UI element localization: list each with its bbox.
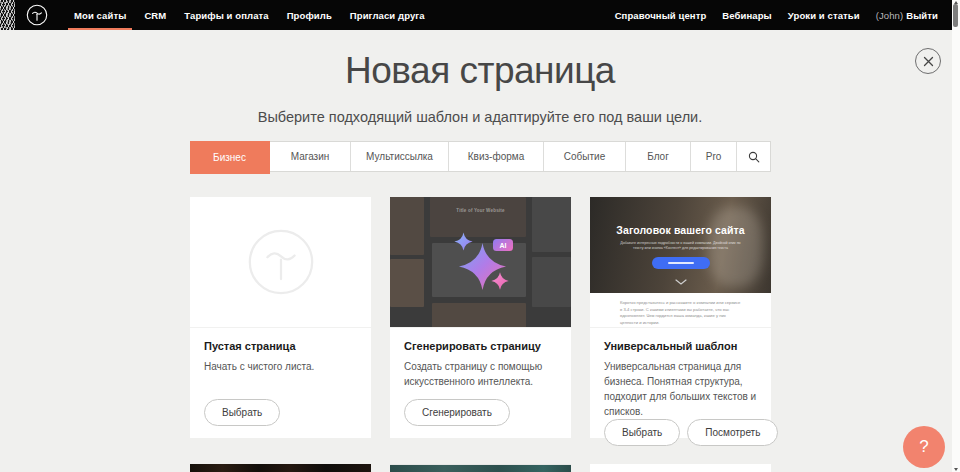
- card-description: Начать с чистого листа.: [204, 359, 357, 374]
- tab-blog[interactable]: Блог: [626, 142, 691, 171]
- close-button[interactable]: [915, 48, 941, 74]
- preview-hero: Заголовок вашего сайта Добавьте интересн…: [590, 197, 771, 293]
- mock-left-top: [390, 197, 424, 255]
- universal-template-preview[interactable]: Заголовок вашего сайта Добавьте интересн…: [590, 197, 771, 328]
- ai-small-star-pink-icon: [491, 271, 509, 291]
- mock-bottom: [432, 303, 526, 328]
- partial-card[interactable]: [390, 464, 571, 472]
- tab-quiz-form[interactable]: Квиз-форма: [449, 142, 544, 171]
- nav-item-help-center[interactable]: Справочный центр: [607, 10, 715, 21]
- nav-item-profile[interactable]: Профиль: [278, 0, 341, 30]
- tab-multilink[interactable]: Мультиссылка: [351, 142, 449, 171]
- page-subtitle: Выберите подходящий шаблон и адаптируйте…: [0, 109, 960, 125]
- scroll-down-arrow-icon[interactable]: [954, 468, 958, 471]
- template-category-tabs: Бизнес Магазин Мультиссылка Квиз-форма С…: [190, 141, 771, 172]
- mock-hero: [430, 197, 526, 237]
- chevron-down-icon: [675, 279, 687, 285]
- card-actions: Сгенерировать: [404, 399, 557, 426]
- template-card-universal: Заголовок вашего сайта Добавьте интересн…: [590, 197, 771, 438]
- nav-item-logout[interactable]: (John) Выйти: [868, 10, 946, 21]
- card-description: Универсальная страница для бизнеса. Поня…: [604, 359, 757, 419]
- template-card-blank-page: Пустая страница Начать с чистого листа. …: [190, 197, 371, 438]
- card-body: Сгенерировать страницу Создать страницу …: [390, 328, 571, 438]
- edge-texture: [0, 0, 15, 30]
- help-button[interactable]: ?: [903, 426, 945, 468]
- generate-button[interactable]: Сгенерировать: [404, 399, 510, 426]
- nav-item-my-sites[interactable]: Мои сайты: [65, 0, 135, 30]
- tab-pro[interactable]: Pro: [691, 142, 737, 171]
- ai-preview[interactable]: Title of Your Website AI: [390, 197, 571, 328]
- tab-event[interactable]: Событие: [544, 142, 626, 171]
- top-navbar: Мои сайты CRM Тарифы и оплата Профиль Пр…: [0, 0, 960, 30]
- question-mark-icon: ?: [919, 437, 928, 457]
- nav-item-webinars[interactable]: Вебинары: [714, 10, 779, 21]
- nav-item-pricing[interactable]: Тарифы и оплата: [175, 0, 277, 30]
- user-name: (John): [876, 10, 904, 21]
- view-button[interactable]: Посмотреть: [687, 419, 778, 446]
- nav-item-crm[interactable]: CRM: [135, 0, 175, 30]
- card-actions: Выбрать: [204, 399, 357, 426]
- card-title: Пустая страница: [204, 340, 357, 352]
- logout-label: Выйти: [906, 10, 938, 21]
- mock-right-top: [532, 197, 571, 252]
- tab-search[interactable]: [737, 142, 770, 171]
- preview-paragraph: Коротко представьтесь и расскажите о ком…: [620, 300, 742, 326]
- template-card-ai-generate: Title of Your Website AI Сгенер: [390, 197, 571, 438]
- main-menu: Мои сайты CRM Тарифы и оплата Профиль Пр…: [65, 0, 434, 30]
- blank-page-preview[interactable]: [190, 197, 371, 328]
- tilda-logo-icon[interactable]: [26, 4, 48, 26]
- partial-card[interactable]: [190, 464, 371, 472]
- preview-subheading: Добавьте интересные подробности о вашей …: [616, 241, 745, 252]
- mock-right-bottom: [532, 257, 571, 307]
- choose-button[interactable]: Выбрать: [604, 419, 680, 446]
- preview-hero-button: [652, 257, 710, 269]
- secondary-menu: Справочный центр Вебинары Уроки и статьи…: [607, 0, 960, 30]
- tilda-watermark-icon: [247, 228, 315, 296]
- partial-card[interactable]: [590, 464, 771, 472]
- card-description: Создать страницу с помощью искусственног…: [404, 359, 557, 389]
- close-icon: [923, 56, 934, 67]
- card-body: Универсальный шаблон Универсальная стран…: [590, 328, 771, 458]
- tab-business[interactable]: Бизнес: [190, 141, 270, 174]
- scrollbar-thumb[interactable]: [953, 4, 958, 27]
- card-actions: Выбрать Посмотреть: [604, 419, 757, 446]
- nav-item-lessons[interactable]: Уроки и статьи: [780, 10, 868, 21]
- card-title: Сгенерировать страницу: [404, 340, 557, 352]
- nav-item-invite-friend[interactable]: Пригласи друга: [341, 0, 434, 30]
- page-title: Новая страница: [0, 50, 960, 92]
- tab-store[interactable]: Магазин: [270, 142, 351, 171]
- ai-badge: AI: [493, 239, 513, 251]
- card-title: Универсальный шаблон: [604, 340, 757, 352]
- choose-button[interactable]: Выбрать: [204, 399, 280, 426]
- vertical-scrollbar[interactable]: [952, 0, 960, 472]
- card-body: Пустая страница Начать с чистого листа. …: [190, 328, 371, 438]
- mock-left-bottom: [390, 259, 424, 307]
- preview-heading: Заголовок вашего сайта: [590, 224, 771, 236]
- search-icon: [748, 151, 760, 163]
